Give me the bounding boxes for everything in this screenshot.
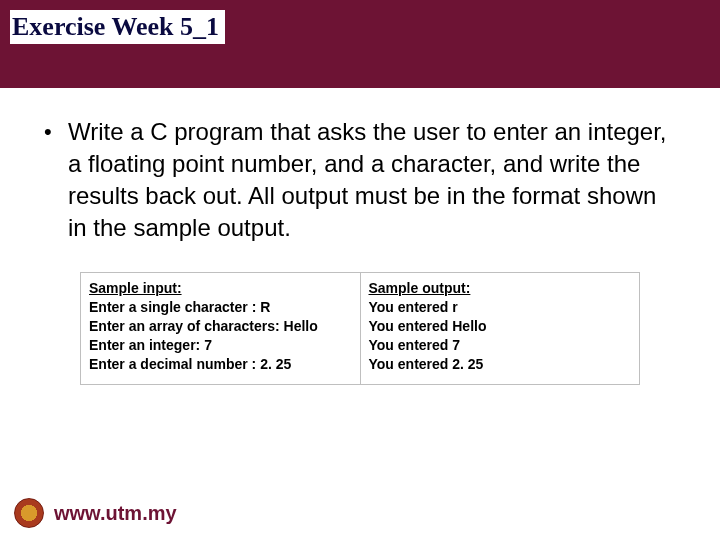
slide-title: Exercise Week 5_1	[10, 10, 225, 44]
sample-output-column: Sample output: You entered r You entered…	[361, 273, 640, 384]
sample-input-line: Enter a decimal number : 2. 25	[89, 355, 352, 374]
sample-output-header: Sample output:	[369, 279, 632, 298]
bullet-item: • Write a C program that asks the user t…	[40, 116, 680, 244]
sample-output-line: You entered 2. 25	[369, 355, 632, 374]
sample-input-header: Sample input:	[89, 279, 352, 298]
sample-input-column: Sample input: Enter a single character :…	[81, 273, 360, 384]
sample-input-line: Enter a single character : R	[89, 298, 352, 317]
slide-content: • Write a C program that asks the user t…	[0, 88, 720, 385]
sample-output-line: You entered Hello	[369, 317, 632, 336]
sample-box: Sample input: Enter a single character :…	[80, 272, 640, 385]
sample-output-line: You entered r	[369, 298, 632, 317]
sample-input-line: Enter an integer: 7	[89, 336, 352, 355]
footer-url: www.utm.my	[54, 502, 177, 525]
bullet-text: Write a C program that asks the user to …	[68, 116, 680, 244]
sample-input-line: Enter an array of characters: Hello	[89, 317, 352, 336]
sample-output-line: You entered 7	[369, 336, 632, 355]
bullet-marker: •	[40, 116, 68, 148]
footer: www.utm.my	[14, 498, 177, 528]
title-bar: Exercise Week 5_1	[0, 0, 720, 88]
utm-logo-icon	[14, 498, 44, 528]
